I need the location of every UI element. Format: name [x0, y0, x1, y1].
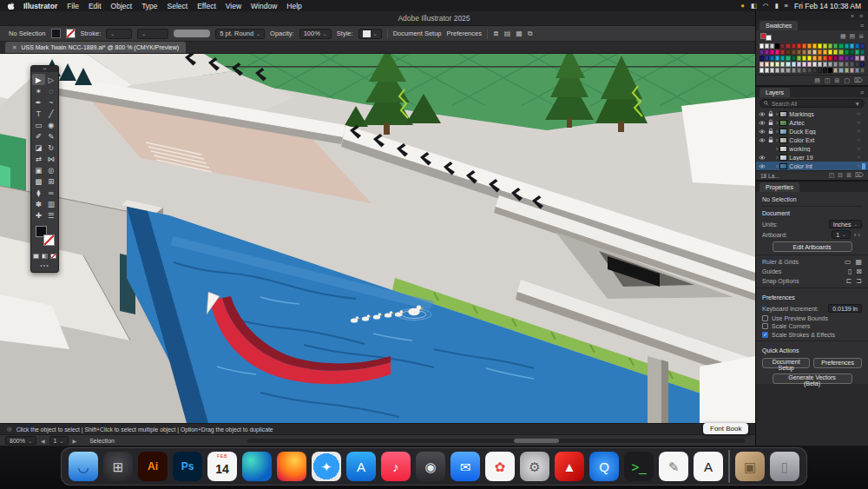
- tool-button[interactable]: ▥: [45, 198, 58, 209]
- next-artboard-button[interactable]: ▶: [73, 438, 77, 444]
- swatch[interactable]: [855, 50, 859, 55]
- swatch[interactable]: [812, 43, 817, 49]
- swatch[interactable]: [860, 56, 865, 61]
- dock-icon[interactable]: Ps: [173, 452, 202, 481]
- status-icon[interactable]: ◠: [763, 3, 769, 10]
- swatch[interactable]: [797, 50, 801, 55]
- visibility-eye-icon[interactable]: [759, 146, 766, 152]
- swatch[interactable]: [807, 68, 812, 73]
- swatch[interactable]: [765, 50, 769, 55]
- swatch[interactable]: [818, 50, 822, 55]
- horizontal-scrollbar-thumb[interactable]: [514, 439, 559, 443]
- dock-icon[interactable]: FEB 14: [207, 452, 237, 481]
- swatch[interactable]: [797, 43, 801, 49]
- swatch[interactable]: [797, 56, 801, 61]
- layer-row[interactable]: › Aztec ○: [756, 118, 868, 127]
- swatch[interactable]: [792, 43, 796, 49]
- swatch[interactable]: [812, 50, 817, 55]
- lock-icon[interactable]: [767, 128, 774, 135]
- swatches-footer-icon[interactable]: ▢: [844, 77, 850, 84]
- swatch[interactable]: [792, 50, 796, 55]
- swatch[interactable]: [765, 62, 769, 67]
- layer-name[interactable]: Color Int: [789, 163, 855, 169]
- swatch[interactable]: [780, 43, 785, 49]
- layer-name[interactable]: working: [789, 146, 855, 152]
- layer-name[interactable]: Layer 19: [789, 155, 855, 161]
- tool-button[interactable]: ✽: [32, 198, 45, 209]
- tool-button[interactable]: ◪: [32, 142, 45, 153]
- swatch[interactable]: [770, 50, 774, 55]
- layers-footer-icon[interactable]: ⊟: [838, 172, 843, 179]
- visibility-eye-icon[interactable]: [759, 163, 766, 169]
- layer-row[interactable]: › Color Ext ○: [756, 135, 868, 144]
- swatch[interactable]: [807, 50, 812, 55]
- status-icon[interactable]: ≡: [785, 3, 788, 10]
- swatch[interactable]: [792, 56, 796, 61]
- tool-button[interactable]: ∞: [45, 187, 58, 198]
- swatch[interactable]: [770, 62, 774, 67]
- swatches-footer-icon[interactable]: ⌦: [854, 77, 863, 84]
- artboard-nav-arrows[interactable]: ‹›: [854, 231, 862, 239]
- swatch[interactable]: [855, 56, 859, 61]
- tab-swatches[interactable]: Swatches: [760, 21, 798, 30]
- swatch[interactable]: [802, 43, 806, 49]
- swatch[interactable]: [833, 62, 838, 67]
- swatch[interactable]: [786, 68, 790, 73]
- dock-icon[interactable]: ⚙: [520, 452, 549, 481]
- close-tab-icon[interactable]: ✕: [12, 44, 16, 51]
- menu-item[interactable]: Window: [251, 2, 277, 10]
- horizontal-scrollbar-track[interactable]: [247, 439, 745, 443]
- layer-name[interactable]: Aztec: [789, 120, 855, 126]
- swatches-footer-icon[interactable]: ⊞: [835, 77, 840, 84]
- swatch[interactable]: [823, 50, 827, 55]
- swatch[interactable]: [780, 68, 785, 73]
- menu-item[interactable]: View: [226, 2, 241, 10]
- lock-icon[interactable]: [767, 110, 774, 117]
- guides-icon[interactable]: ⊠: [856, 268, 862, 275]
- swatch[interactable]: [823, 43, 827, 49]
- checkbox-row[interactable]: ✓ Use Preview Bounds: [762, 315, 862, 321]
- swatch[interactable]: [780, 56, 785, 61]
- tool-button[interactable]: ~: [45, 96, 58, 108]
- swatch[interactable]: [833, 50, 838, 55]
- dock-icon[interactable]: A: [346, 452, 376, 481]
- swatch[interactable]: [797, 62, 801, 67]
- layers-footer-icon[interactable]: ◫: [829, 172, 835, 179]
- control-icon[interactable]: ▦: [516, 30, 523, 38]
- swatch[interactable]: [845, 62, 849, 67]
- swatch[interactable]: [775, 43, 779, 49]
- swatch[interactable]: [765, 43, 769, 49]
- lock-icon[interactable]: [767, 119, 774, 126]
- swatch[interactable]: [780, 50, 785, 55]
- swatch[interactable]: [765, 68, 769, 73]
- swatch[interactable]: [860, 62, 865, 67]
- canvas-artwork[interactable]: [0, 54, 755, 423]
- tool-button[interactable]: ↻: [45, 142, 58, 153]
- expand-chevron-icon[interactable]: ›: [776, 111, 778, 117]
- stroke-color-chip[interactable]: [66, 29, 76, 38]
- swatch[interactable]: [807, 43, 812, 49]
- keyboard-increment-field[interactable]: 0.0139 in: [828, 304, 862, 313]
- expand-chevron-icon[interactable]: ›: [776, 163, 778, 169]
- visibility-eye-icon[interactable]: [759, 137, 766, 143]
- tool-button[interactable]: T: [32, 108, 45, 119]
- dock-icon[interactable]: ◡: [69, 452, 98, 481]
- control-icon[interactable]: ⧉: [528, 30, 533, 38]
- target-circle-icon[interactable]: ○: [857, 120, 860, 125]
- swatch[interactable]: [765, 56, 769, 61]
- swatch[interactable]: [845, 43, 849, 49]
- dock-icon[interactable]: ◉: [416, 452, 445, 481]
- status-icon[interactable]: ▮: [774, 3, 778, 10]
- swatch[interactable]: [828, 68, 832, 73]
- lock-icon[interactable]: [767, 162, 774, 169]
- swatch[interactable]: [760, 56, 764, 61]
- swatch[interactable]: [802, 50, 806, 55]
- stroke-profile-dropdown[interactable]: ⌄: [137, 29, 168, 39]
- tool-button[interactable]: ▩: [32, 175, 45, 187]
- tool-button[interactable]: ◎: [45, 164, 58, 175]
- stroke-color-well[interactable]: [43, 235, 55, 246]
- target-circle-icon[interactable]: ○: [857, 163, 860, 169]
- swatch[interactable]: [860, 43, 865, 49]
- swatch[interactable]: [807, 62, 812, 67]
- status-icon[interactable]: ◧: [751, 3, 757, 10]
